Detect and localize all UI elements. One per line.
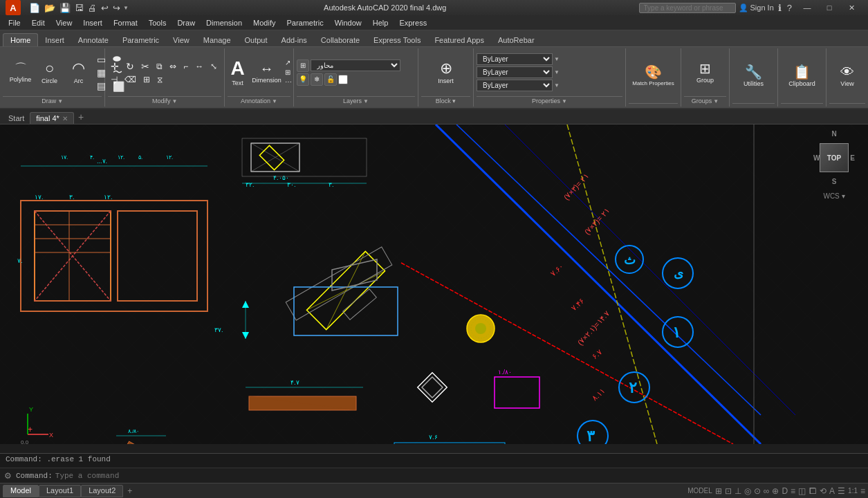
polar-toggle[interactable]: ◎	[744, 486, 751, 496]
block-group-label[interactable]: Block ▾	[421, 96, 470, 105]
qp-toggle[interactable]: ⧠	[809, 486, 817, 496]
tab-addins[interactable]: Add-ins	[275, 34, 314, 46]
array-button[interactable]: ⊞	[140, 74, 153, 85]
match-properties-button[interactable]: 🎨 Match Properties	[629, 64, 676, 88]
info-icon[interactable]: ℹ	[777, 2, 783, 14]
tab-autorebar[interactable]: AutoRebar	[491, 34, 542, 46]
annotation-group-dropdown[interactable]: ▼	[272, 98, 277, 104]
tab-collaborate[interactable]: Collaborate	[314, 34, 367, 46]
clipboard-button[interactable]: 📋 Clipboard	[786, 64, 818, 89]
doc-tab-final4[interactable]: final 4* ✕	[30, 112, 74, 124]
menu-help[interactable]: Help	[367, 17, 394, 28]
layout1-tab[interactable]: Layout1	[39, 485, 81, 497]
3dosnap-toggle[interactable]: ⊕	[772, 486, 779, 496]
tab-parametric[interactable]: Parametric	[116, 34, 166, 46]
grid-toggle[interactable]: ⊞	[715, 486, 722, 496]
close-tab-button[interactable]: ✕	[62, 115, 68, 122]
move-button[interactable]: ✛	[108, 60, 122, 73]
save-as-button[interactable]: 🖫	[73, 2, 85, 14]
tab-view[interactable]: View	[166, 34, 196, 46]
leader-button[interactable]: ↗	[282, 58, 295, 67]
offset-button[interactable]: ⧖	[154, 74, 165, 85]
layer-off-button[interactable]: 💡	[297, 73, 309, 86]
linetype-prop-dropdown[interactable]: ▼	[554, 82, 560, 89]
trim-button[interactable]: ✂	[138, 60, 152, 73]
insert-button[interactable]: ⊕ Insert	[425, 59, 467, 86]
circle-button[interactable]: ○ Circle	[36, 59, 64, 86]
stretch-button[interactable]: ↔	[192, 61, 206, 72]
layers-group-dropdown[interactable]: ▼	[363, 98, 369, 104]
tab-home[interactable]: Home	[3, 33, 38, 46]
menu-modify[interactable]: Modify	[248, 17, 281, 28]
menu-format[interactable]: Format	[108, 17, 143, 28]
model-tab[interactable]: Model	[3, 485, 39, 497]
navigation-cube[interactable]: N S E W TOP WCS ▾	[810, 130, 858, 213]
wcs-label[interactable]: WCS ▾	[823, 192, 844, 200]
new-tab-button[interactable]: +	[74, 110, 88, 124]
menu-view[interactable]: View	[50, 17, 78, 28]
transparency-toggle[interactable]: ◫	[798, 486, 806, 496]
undo-button[interactable]: ↩	[100, 2, 110, 14]
menu-file[interactable]: File	[3, 17, 26, 28]
maximize-button[interactable]: □	[818, 0, 840, 15]
command-settings-icon[interactable]: ⚙	[3, 470, 13, 481]
table-button[interactable]: ⊞	[282, 68, 295, 77]
draw-group-dropdown[interactable]: ▼	[57, 98, 63, 104]
tab-manage[interactable]: Manage	[196, 34, 238, 46]
plot-button[interactable]: 🖨	[86, 2, 98, 14]
search-input[interactable]	[639, 3, 736, 13]
layer-properties-button[interactable]: ⊞	[297, 59, 309, 72]
dimension-button[interactable]: ↔ Dimension	[253, 60, 281, 85]
new-file-button[interactable]: 📄	[28, 2, 41, 14]
copy-button[interactable]: ⧉	[154, 61, 165, 72]
tab-express-tools[interactable]: Express Tools	[367, 34, 427, 46]
anno-toggle[interactable]: A	[829, 486, 835, 496]
ortho-toggle[interactable]: ⊥	[735, 486, 741, 496]
autocad-logo[interactable]: A	[6, 0, 21, 15]
sign-in-button[interactable]: 👤 Sign In	[739, 3, 774, 12]
layer-freeze-button[interactable]: ❄	[311, 73, 323, 86]
annotation-more-button[interactable]: ⋯	[282, 77, 295, 86]
osnap-toggle[interactable]: ⊙	[754, 486, 761, 496]
nav-cube-face[interactable]: TOP	[820, 143, 849, 172]
drawing-area[interactable]: ۱۷. ۳. ۱۲. ۷. ۴.۷	[0, 124, 868, 444]
line-button[interactable]: ╱ Line	[0, 60, 6, 85]
layer-lock-button[interactable]: 🔓	[324, 73, 337, 86]
dyn-toggle[interactable]: D	[782, 486, 788, 496]
text-button[interactable]: A Text	[224, 57, 252, 88]
open-button[interactable]: 📂	[43, 2, 57, 14]
tab-featured-apps[interactable]: Featured Apps	[427, 34, 491, 46]
modify-group-dropdown[interactable]: ▼	[172, 98, 177, 104]
utilities-button[interactable]: 🔧 Utilities	[740, 64, 768, 89]
erase-button[interactable]: ⌫	[122, 74, 139, 85]
mirror-button[interactable]: ⇔	[167, 61, 179, 72]
tab-annotate[interactable]: Annotate	[71, 34, 116, 46]
doc-tab-start[interactable]: Start	[3, 113, 30, 124]
layer-color-button[interactable]	[338, 75, 348, 84]
menu-window[interactable]: Window	[329, 17, 367, 28]
close-button[interactable]: ✕	[840, 0, 862, 15]
property-linetype-selector[interactable]: ByLayer	[477, 80, 553, 91]
scale-button[interactable]: ⤡	[207, 61, 220, 72]
property-layer-selector[interactable]: ByLayer	[477, 53, 553, 65]
arc-button[interactable]: ◠ Arc	[65, 59, 93, 86]
minimize-button[interactable]: —	[796, 0, 818, 15]
menu-edit[interactable]: Edit	[26, 17, 50, 28]
help-icon[interactable]: ?	[786, 2, 793, 14]
group-button[interactable]: ⊞ Group	[692, 60, 719, 85]
rotate-button[interactable]: ↻	[123, 60, 137, 73]
layer-prop-dropdown[interactable]: ▼	[554, 56, 560, 62]
tab-insert[interactable]: Insert	[38, 34, 71, 46]
layer-selector[interactable]: محاور 0 ابعاد	[311, 59, 400, 71]
menu-insert[interactable]: Insert	[77, 17, 108, 28]
menu-dimension[interactable]: Dimension	[201, 17, 248, 28]
view-button[interactable]: 👁 View	[833, 64, 861, 89]
snap-toggle[interactable]: ⊡	[725, 486, 732, 496]
quick-access-dropdown[interactable]: ▼	[123, 5, 129, 11]
property-color-selector[interactable]: ByLayer	[477, 66, 553, 78]
menu-tools[interactable]: Tools	[143, 17, 172, 28]
otrack-toggle[interactable]: ∞	[764, 486, 770, 496]
properties-group-dropdown[interactable]: ▼	[562, 98, 567, 104]
new-layout-button[interactable]: +	[123, 485, 136, 497]
menu-express[interactable]: Express	[394, 17, 432, 28]
